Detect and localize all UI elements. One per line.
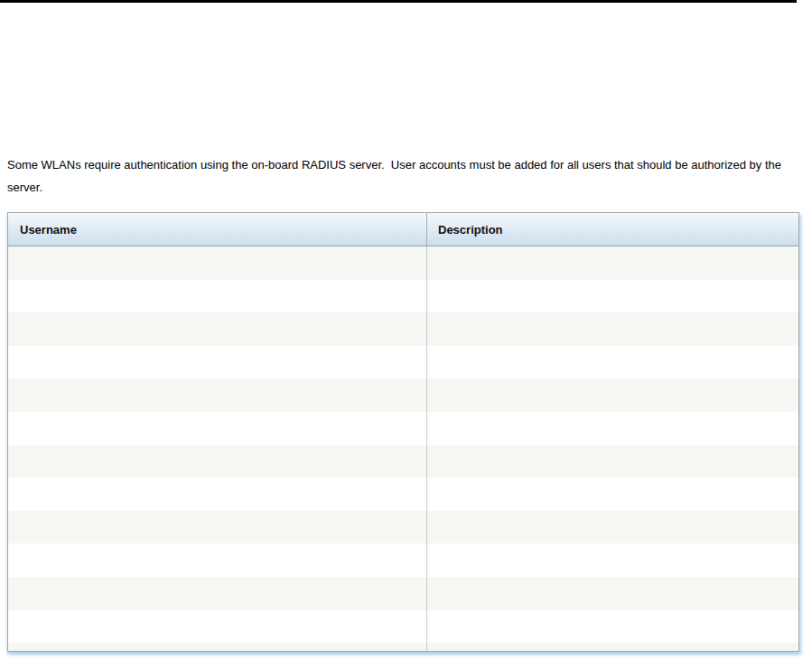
cell-username[interactable]	[8, 378, 427, 412]
cell-description[interactable]	[427, 346, 798, 379]
column-header-description[interactable]: Description	[427, 213, 798, 246]
table-row[interactable]	[8, 280, 798, 313]
table-body[interactable]	[8, 246, 798, 651]
table-row[interactable]	[8, 312, 798, 346]
radius-user-accounts-page: Some WLANs require authentication using …	[0, 0, 812, 659]
cell-username[interactable]	[8, 346, 427, 379]
cell-description[interactable]	[427, 577, 798, 610]
table-header-row: Username Description	[8, 213, 798, 246]
cell-description[interactable]	[427, 246, 798, 280]
cell-description[interactable]	[427, 412, 798, 445]
cell-username[interactable]	[8, 577, 427, 610]
cell-description[interactable]	[427, 280, 798, 313]
cell-username[interactable]	[8, 478, 427, 511]
table-row[interactable]	[8, 478, 798, 511]
table-row[interactable]	[8, 378, 798, 412]
intro-text: Some WLANs require authentication using …	[7, 153, 797, 199]
cell-description[interactable]	[427, 643, 798, 651]
cell-description[interactable]	[427, 445, 798, 478]
top-divider	[0, 0, 797, 3]
table-row[interactable]	[8, 610, 798, 644]
cell-description[interactable]	[427, 610, 798, 644]
cell-username[interactable]	[8, 610, 427, 644]
table-row[interactable]	[8, 412, 798, 445]
cell-username[interactable]	[8, 543, 427, 577]
cell-username[interactable]	[8, 643, 427, 651]
user-accounts-table[interactable]: Username Description	[7, 212, 799, 652]
table-row[interactable]	[8, 346, 798, 379]
cell-username[interactable]	[8, 511, 427, 544]
cell-username[interactable]	[8, 280, 427, 313]
table-row[interactable]	[8, 577, 798, 610]
table-row[interactable]	[8, 246, 798, 280]
table-row[interactable]	[8, 445, 798, 478]
table-row[interactable]	[8, 511, 798, 544]
cell-description[interactable]	[427, 378, 798, 412]
cell-username[interactable]	[8, 246, 427, 280]
cell-description[interactable]	[427, 543, 798, 577]
table-row[interactable]	[8, 543, 798, 577]
cell-description[interactable]	[427, 478, 798, 511]
cell-description[interactable]	[427, 312, 798, 346]
column-header-username[interactable]: Username	[8, 213, 427, 246]
table-row[interactable]	[8, 643, 798, 651]
cell-username[interactable]	[8, 412, 427, 445]
cell-username[interactable]	[8, 445, 427, 478]
cell-description[interactable]	[427, 511, 798, 544]
cell-username[interactable]	[8, 312, 427, 346]
